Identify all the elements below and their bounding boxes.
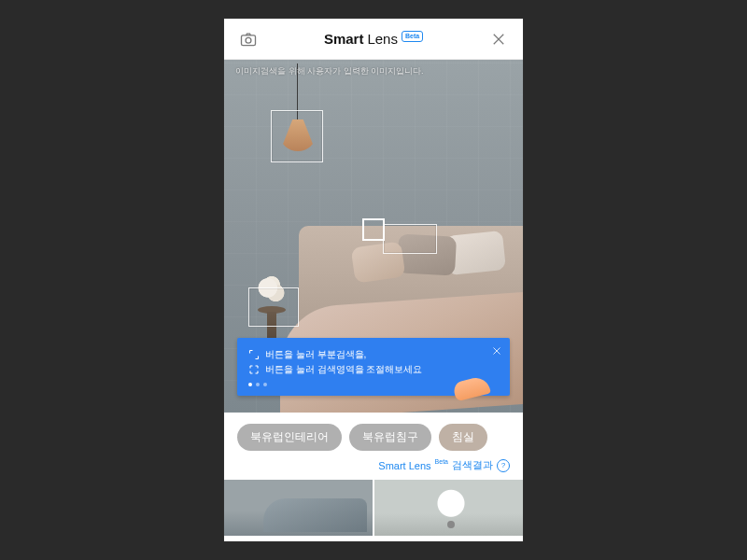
detect-box-table[interactable]: [248, 287, 299, 327]
app-header: SmartLens Beta: [224, 19, 523, 60]
app-title: SmartLens Beta: [324, 31, 423, 47]
result-thumb-1[interactable]: [224, 480, 373, 536]
close-icon[interactable]: [487, 28, 510, 50]
chip-2[interactable]: 북유럽침구: [349, 424, 431, 451]
detect-box-pillow[interactable]: [383, 224, 437, 254]
svg-point-1: [246, 37, 251, 43]
results-header: Smart LensBeta 검색결과 ?: [224, 458, 523, 480]
detect-box-focus[interactable]: [362, 218, 385, 241]
tip-line-1: 버튼을 눌러 부분검색을,: [265, 347, 366, 362]
results-sup: Beta: [435, 458, 448, 465]
beta-badge: Beta: [402, 31, 423, 42]
result-thumb-2[interactable]: [374, 480, 523, 536]
results-thumbnails: [224, 480, 523, 536]
tip-close-icon[interactable]: [491, 345, 502, 361]
search-image-area[interactable]: 이미지검색을 위해 사용자가 입력한 이미지입니다. 버튼을 눌러 부분검색을,: [224, 60, 523, 413]
crop-icon: [248, 349, 260, 360]
svg-rect-0: [242, 35, 256, 45]
chip-3[interactable]: 침실: [439, 424, 487, 451]
tip-line-2: 버튼을 눌러 검색영역을 조절해보세요: [265, 362, 422, 377]
expand-icon: [248, 364, 260, 375]
results-label: 검색결과: [452, 458, 493, 472]
title-part-1: Smart: [324, 31, 364, 47]
chip-1[interactable]: 북유럽인테리어: [237, 424, 342, 451]
app-frame: SmartLens Beta 이미지검색을 위해 사용자가 입력한 이미지입니다…: [224, 19, 523, 541]
help-icon[interactable]: ?: [497, 459, 510, 472]
image-caption: 이미지검색을 위해 사용자가 입력한 이미지입니다.: [235, 65, 512, 77]
tip-toast: 버튼을 눌러 부분검색을, 버튼을 눌러 검색영역을 조절해보세요: [237, 338, 510, 396]
detect-box-lamp[interactable]: [271, 110, 323, 162]
suggestion-chips: 북유럽인테리어 북유럽침구 침실: [224, 413, 523, 458]
results-brand: Smart Lens: [378, 460, 430, 471]
camera-icon[interactable]: [237, 28, 260, 50]
title-part-2: Lens: [367, 31, 398, 47]
tip-pager: [248, 383, 482, 386]
